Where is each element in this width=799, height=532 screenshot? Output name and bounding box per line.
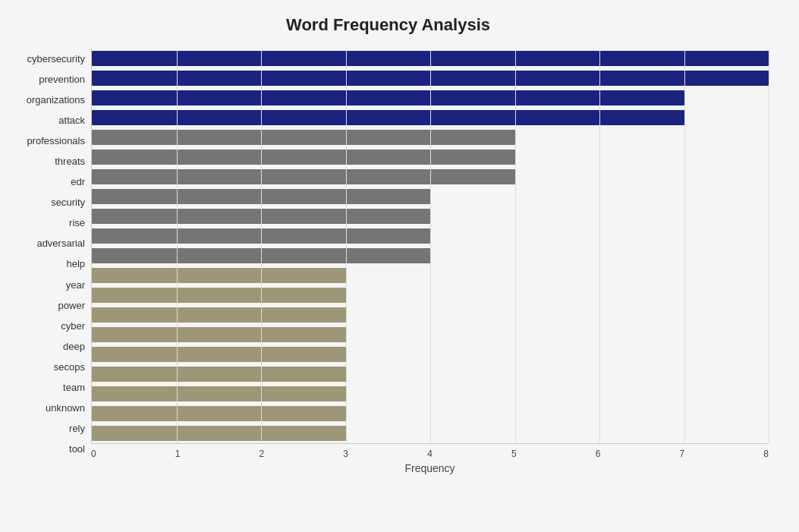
x-tick: 0 — [91, 449, 96, 459]
grid-line — [430, 49, 431, 443]
grid-line — [769, 49, 769, 443]
x-tick: 5 — [511, 449, 517, 459]
grid-line — [261, 49, 262, 443]
y-label: help — [66, 254, 85, 274]
y-label: deep — [63, 336, 85, 356]
y-label: threats — [55, 151, 85, 171]
y-label: tool — [69, 439, 85, 459]
grid-line — [177, 49, 178, 443]
y-label: team — [63, 378, 85, 398]
bar — [92, 110, 684, 125]
y-label: power — [58, 295, 85, 315]
y-label: professionals — [27, 131, 85, 150]
y-label: cyber — [61, 316, 85, 335]
bar — [92, 386, 346, 401]
y-label: rely — [69, 419, 85, 439]
y-label: rise — [69, 213, 85, 233]
bar — [92, 268, 346, 283]
y-label: organizations — [27, 90, 85, 109]
bar — [92, 130, 515, 145]
bar — [92, 426, 346, 441]
bar — [92, 347, 346, 362]
x-axis: 012345678 — [91, 444, 769, 459]
bar — [92, 90, 684, 105]
bar — [92, 307, 346, 323]
bar — [92, 169, 515, 184]
y-label: edr — [71, 172, 85, 192]
x-tick: 6 — [596, 449, 601, 459]
y-label: security — [51, 193, 85, 212]
y-label: cybersecurity — [27, 49, 85, 68]
y-label: secops — [54, 357, 85, 376]
bar — [92, 367, 346, 382]
x-tick: 7 — [679, 449, 684, 459]
x-tick: 3 — [343, 449, 348, 459]
bars-area — [91, 49, 769, 444]
y-label: attack — [58, 110, 85, 130]
x-tick: 1 — [175, 449, 181, 459]
grid-line — [515, 49, 516, 443]
x-tick: 8 — [763, 449, 769, 459]
x-axis-label: Frequency — [91, 462, 769, 474]
bars-and-xaxis: 012345678 Frequency — [91, 49, 769, 459]
bar — [92, 406, 346, 421]
x-tick: 2 — [260, 449, 265, 459]
y-label: unknown — [46, 398, 85, 418]
y-label: prevention — [39, 69, 85, 89]
y-label: year — [66, 275, 85, 294]
bar — [92, 150, 515, 165]
bar — [92, 327, 346, 342]
grid-line — [599, 49, 600, 443]
grid-line — [346, 49, 347, 443]
grid-line — [684, 49, 685, 443]
y-label: adversarial — [36, 234, 85, 253]
y-labels: cybersecuritypreventionorganizationsatta… — [8, 49, 91, 459]
chart-container: Word Frequency Analysis cybersecuritypre… — [0, 0, 799, 532]
x-tick: 4 — [427, 449, 433, 459]
chart-title: Word Frequency Analysis — [8, 15, 769, 35]
bar — [92, 288, 346, 303]
chart-area: cybersecuritypreventionorganizationsatta… — [8, 49, 769, 459]
